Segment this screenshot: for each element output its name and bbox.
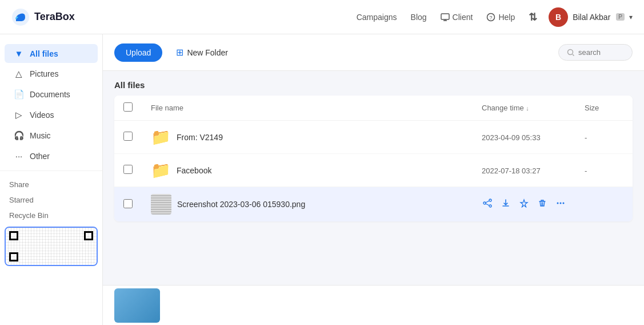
th-filename-label: File name [151, 104, 183, 112]
sidebar-item-music[interactable]: 🎧 Music [5, 126, 98, 145]
file-name[interactable]: From: V2149 [177, 133, 223, 142]
sidebar-all-files-label: All files [30, 49, 58, 58]
file-name[interactable]: Screenshot 2023-03-06 015930.png [177, 200, 305, 209]
qr-corner-bl [9, 252, 18, 261]
qr-corner-tr [84, 231, 93, 240]
svg-point-6 [489, 205, 491, 207]
row-name-cell: 📁 From: V2149 [142, 121, 473, 154]
documents-icon: 📄 [14, 89, 24, 100]
trash-icon [538, 199, 547, 208]
sidebar-item-documents[interactable]: 📄 Documents [5, 85, 98, 104]
new-folder-button[interactable]: ⊞ New Folder [169, 42, 235, 62]
size: - [585, 167, 587, 175]
search-box[interactable] [558, 44, 633, 61]
delete-action-button[interactable] [537, 197, 548, 211]
folder-icon: 📁 [151, 161, 171, 180]
share-icon [483, 199, 492, 208]
svg-point-8 [557, 203, 559, 204]
app-name: TeraBox [34, 11, 75, 23]
new-folder-icon: ⊞ [176, 47, 183, 58]
nav-help-label: Help [498, 13, 515, 22]
bottom-thumbnails [103, 285, 644, 325]
user-area[interactable]: B Bilal Akbar P ▾ [549, 7, 633, 27]
row-name-cell: 📁 Facebook [142, 154, 473, 187]
download-icon [501, 199, 510, 208]
row-checkbox-cell [114, 121, 142, 154]
row-time-cell: 2022-07-18 03:27 [473, 154, 575, 187]
row-checkbox[interactable] [123, 199, 133, 208]
th-size-label: Size [585, 104, 599, 112]
table-row: Screenshot 2023-03-06 015930.png [114, 187, 633, 222]
monitor-icon [441, 13, 450, 22]
file-row-name: 📁 From: V2149 [151, 128, 463, 146]
sidebar: ▼ All files △ Pictures 📄 Documents ▷ Vid… [0, 34, 103, 325]
row-checkbox-cell [114, 154, 142, 187]
row-checkbox[interactable] [123, 132, 133, 141]
svg-point-5 [489, 199, 491, 201]
th-changetime-label: Change time [482, 104, 524, 112]
nav-campaigns[interactable]: Campaigns [357, 13, 397, 22]
sidebar-videos-label: Videos [30, 110, 54, 120]
more-action-button[interactable] [555, 197, 566, 211]
size: - [585, 133, 587, 142]
row-checkbox[interactable] [123, 165, 133, 174]
select-all-checkbox[interactable] [123, 102, 133, 112]
image-preview-icon [151, 194, 171, 215]
all-files-icon: ▼ [14, 49, 24, 58]
avatar: B [549, 7, 568, 27]
nav-blog[interactable]: Blog [411, 13, 427, 22]
sidebar-item-other[interactable]: ··· Other [5, 146, 98, 165]
sidebar-documents-label: Documents [30, 90, 70, 99]
nav-links: Campaigns Blog Client ? Help ⇅ [357, 11, 537, 23]
sidebar-item-starred[interactable]: Starred [0, 191, 102, 207]
row-checkbox-cell [114, 187, 142, 222]
upload-button[interactable]: Upload [114, 43, 162, 62]
nav-help[interactable]: ? Help [486, 13, 515, 22]
pictures-icon: △ [14, 69, 24, 79]
share-action-button[interactable] [482, 197, 493, 211]
file-table: File name Change time ↓ Size [114, 96, 633, 221]
th-checkbox [114, 96, 142, 121]
other-icon: ··· [14, 151, 24, 161]
new-folder-label: New Folder [187, 48, 228, 57]
svg-point-9 [560, 203, 562, 204]
row-size-cell: - [575, 121, 633, 154]
logo[interactable]: TeraBox [11, 8, 75, 26]
file-list-area: All files File name Change time ↓ [103, 71, 644, 285]
transfer-icon[interactable]: ⇅ [529, 11, 537, 23]
sidebar-item-all-files[interactable]: ▼ All files [5, 44, 98, 63]
star-icon [519, 199, 529, 208]
thumbnail-item[interactable] [114, 288, 160, 323]
more-icon [556, 199, 565, 208]
sidebar-item-recycle-bin[interactable]: Recycle Bin [0, 207, 102, 222]
sidebar-item-share[interactable]: Share [0, 176, 102, 191]
folder-icon: 📁 [151, 128, 171, 146]
file-name[interactable]: Facebook [177, 166, 211, 175]
file-row-name: 📁 Facebook [151, 161, 463, 180]
row-name-cell: Screenshot 2023-03-06 015930.png [142, 187, 473, 222]
svg-rect-1 [441, 14, 449, 19]
help-icon: ? [486, 13, 495, 22]
table-row: 📁 Facebook 2022-07-18 03:27 - [114, 154, 633, 187]
sidebar-other-label: Other [30, 152, 50, 161]
svg-point-10 [563, 203, 565, 204]
table-header: File name Change time ↓ Size [114, 96, 633, 121]
svg-point-7 [483, 202, 486, 204]
change-time: 2023-04-09 05:33 [482, 133, 541, 142]
table-body: 📁 From: V2149 2023-04-09 05:33 - [114, 121, 633, 222]
file-row-name: Screenshot 2023-03-06 015930.png [151, 194, 463, 215]
table-row: 📁 From: V2149 2023-04-09 05:33 - [114, 121, 633, 154]
nav-client[interactable]: Client [441, 13, 473, 22]
th-size: Size [575, 96, 633, 121]
search-input[interactable] [578, 48, 624, 57]
sidebar-item-videos[interactable]: ▷ Videos [5, 105, 98, 125]
sidebar-item-pictures[interactable]: △ Pictures [5, 64, 98, 84]
th-changetime[interactable]: Change time ↓ [473, 96, 575, 121]
user-badge: P [616, 13, 625, 21]
download-action-button[interactable] [500, 197, 511, 211]
th-filename[interactable]: File name [142, 96, 473, 121]
nav-client-label: Client [453, 13, 473, 22]
star-action-button[interactable] [518, 197, 530, 211]
table-header-row: File name Change time ↓ Size [114, 96, 633, 121]
row-time-cell: 2023-04-09 05:33 [473, 121, 575, 154]
